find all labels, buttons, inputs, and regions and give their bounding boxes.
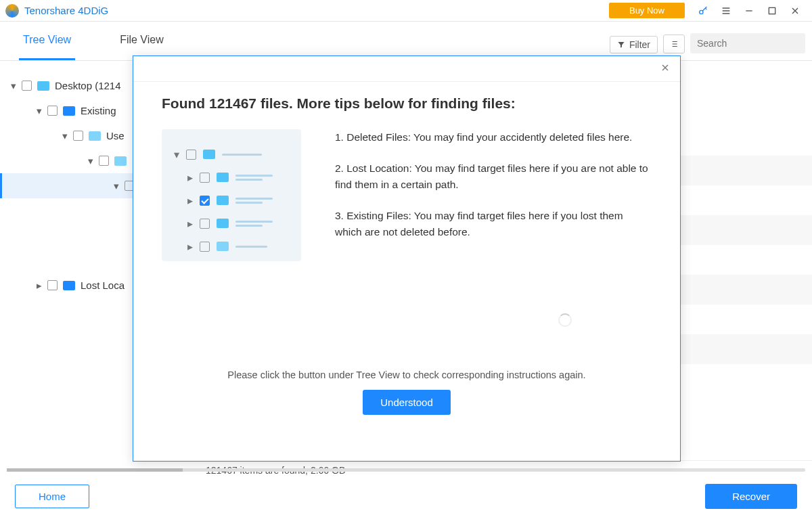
modal-illustration: ▾ ▸ ▸ ▸ ▸ (162, 129, 301, 261)
search-input[interactable] (697, 38, 812, 49)
spinner-icon (558, 313, 572, 327)
app-logo-icon (5, 4, 19, 18)
folder-icon (89, 131, 101, 141)
folder-icon (63, 106, 75, 116)
modal-hint: Please click the button under Tree View … (162, 370, 652, 380)
buy-now-button[interactable]: Buy Now (609, 3, 685, 18)
modal-close-button[interactable] (660, 62, 671, 76)
filter-label: Filter (629, 39, 650, 50)
chevron-down-icon: ▾ (61, 130, 69, 142)
checkbox[interactable] (73, 131, 83, 141)
checkbox[interactable] (22, 81, 32, 91)
chevron-down-icon: ▾ (35, 105, 43, 117)
close-icon (660, 62, 671, 73)
chevron-down-icon: ▾ (87, 155, 95, 167)
minimize-icon[interactable] (740, 2, 758, 20)
filter-icon (617, 41, 625, 49)
modal-tips: 1. Deleted Files: You may find your acci… (335, 129, 652, 261)
tree-label: Existing (81, 105, 116, 116)
folder-icon (63, 281, 75, 290)
scan-progress (7, 468, 805, 472)
tips-modal: Found 121467 files. More tips below for … (133, 55, 681, 462)
app-title: Tenorshare 4DDiG (24, 5, 108, 16)
recover-button[interactable]: Recover (705, 484, 797, 509)
filter-button[interactable]: Filter (610, 36, 658, 53)
menu-icon[interactable] (717, 2, 735, 20)
checkbox[interactable] (47, 106, 58, 116)
list-view-button[interactable] (663, 35, 685, 53)
svg-point-0 (700, 10, 703, 14)
maximize-icon[interactable] (763, 2, 781, 20)
chevron-right-icon: ▸ (35, 279, 43, 292)
tab-tree-view[interactable]: Tree View (19, 22, 75, 60)
title-bar: Tenorshare 4DDiG Buy Now (0, 0, 812, 22)
search-box[interactable] (690, 33, 805, 53)
tree-label: Desktop (1214 (55, 80, 121, 91)
footer: Home Recover (0, 478, 812, 515)
checkbox[interactable] (47, 280, 58, 290)
chevron-down-icon: ▾ (112, 180, 120, 192)
tip-deleted-files: 1. Deleted Files: You may find your acci… (335, 129, 652, 145)
chevron-down-icon: ▾ (9, 80, 18, 92)
folder-icon (114, 156, 127, 166)
svg-rect-1 (769, 7, 775, 14)
understood-button[interactable]: Understood (363, 390, 451, 415)
checkbox[interactable] (99, 156, 109, 166)
tip-existing-files: 3. Existing Files: You may find target f… (335, 208, 652, 240)
tree-label: Use (106, 130, 125, 141)
key-icon[interactable] (694, 2, 712, 20)
tree-label: Lost Loca (81, 279, 125, 291)
close-icon[interactable] (786, 2, 804, 20)
tab-file-view[interactable]: File View (116, 22, 168, 60)
modal-title: Found 121467 files. More tips below for … (162, 95, 652, 112)
folder-icon (37, 81, 49, 91)
home-button[interactable]: Home (15, 485, 89, 508)
tip-lost-location: 2. Lost Location: You may find target fi… (335, 160, 652, 193)
